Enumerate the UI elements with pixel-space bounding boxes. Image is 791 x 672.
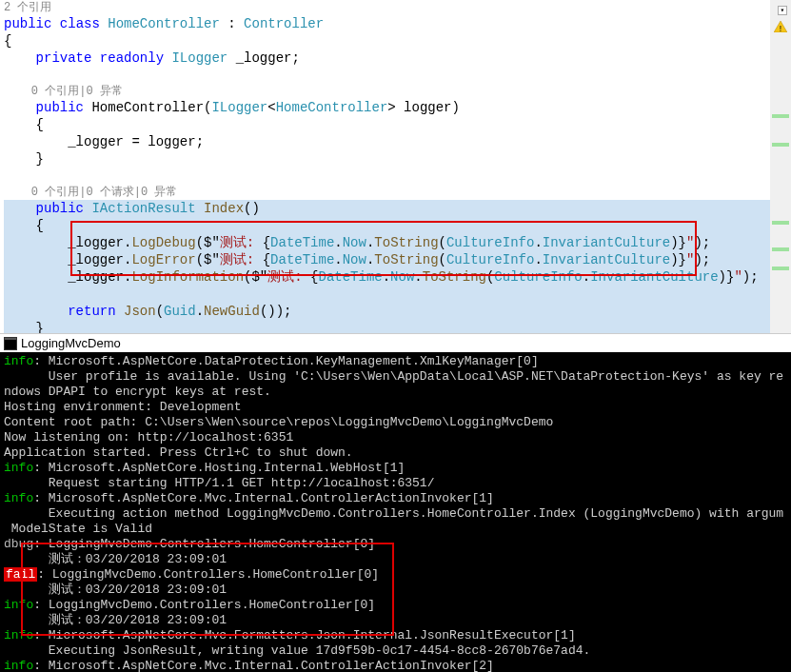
warning-icon: ! bbox=[774, 21, 787, 32]
terminal-line: info: Microsoft.AspNetCore.Mvc.Formatter… bbox=[4, 628, 787, 643]
terminal-line: info: Microsoft.AspNetCore.Mvc.Internal.… bbox=[4, 491, 787, 506]
code-line[interactable]: private readonly ILogger _logger; bbox=[4, 49, 787, 67]
code-line[interactable]: public HomeController(ILogger<HomeContro… bbox=[4, 99, 787, 116]
scroll-marker bbox=[772, 267, 789, 270]
codelens[interactable]: 0 个引用|0 异常 bbox=[4, 84, 787, 99]
terminal-line: Executing action method LoggingMvcDemo.C… bbox=[4, 506, 787, 522]
terminal-line: dbug: LoggingMvcDemo.Controllers.HomeCon… bbox=[4, 537, 787, 552]
log-level-dbug: dbug bbox=[4, 537, 33, 551]
svg-text:!: ! bbox=[778, 25, 782, 32]
vertical-scrollbar[interactable]: ▾ ! bbox=[770, 0, 791, 333]
console-icon bbox=[4, 337, 17, 350]
terminal-line: 测试：03/20/2018 23:09:01 bbox=[4, 613, 787, 628]
code-editor[interactable]: 2 个引用 public class HomeController : Cont… bbox=[0, 0, 791, 333]
log-level-info: info bbox=[4, 461, 33, 475]
terminal-line: ndows DPAPI to encrypt keys at rest. bbox=[4, 385, 787, 400]
terminal-line: info: Microsoft.AspNetCore.Hosting.Inter… bbox=[4, 461, 787, 476]
code-line[interactable] bbox=[4, 168, 787, 185]
code-line[interactable]: { bbox=[4, 217, 787, 234]
code-line[interactable]: public class HomeController : Controller bbox=[4, 15, 787, 32]
terminal-line: User profile is available. Using 'C:\Use… bbox=[4, 369, 787, 385]
scroll-marker bbox=[772, 221, 789, 225]
log-level-info: info bbox=[4, 628, 33, 642]
terminal-tab[interactable]: LoggingMvcDemo bbox=[0, 333, 791, 352]
svg-rect-3 bbox=[5, 340, 16, 349]
terminal-output[interactable]: info: Microsoft.AspNetCore.DataProtectio… bbox=[0, 352, 791, 672]
code-line[interactable]: { bbox=[4, 116, 787, 133]
scroll-marker bbox=[772, 143, 789, 147]
terminal-line: Now listening on: http://localhost:6351 bbox=[4, 430, 787, 445]
terminal-line: Executing JsonResult, writing value 17d9… bbox=[4, 643, 787, 659]
terminal-title-text: LoggingMvcDemo bbox=[21, 336, 121, 350]
terminal-line: Application started. Press Ctrl+C to shu… bbox=[4, 445, 787, 461]
log-level-fail: fail bbox=[4, 567, 37, 582]
code-line[interactable]: _logger.LogInformation($"测试: {DateTime.N… bbox=[4, 268, 787, 286]
codelens[interactable]: 0 个引用|0 个请求|0 异常 bbox=[4, 185, 787, 200]
code-line[interactable] bbox=[4, 67, 787, 84]
terminal-line: info: Microsoft.AspNetCore.Mvc.Internal.… bbox=[4, 659, 787, 672]
terminal-line: Hosting environment: Development bbox=[4, 400, 787, 415]
terminal-line: 测试：03/20/2018 23:09:01 bbox=[4, 552, 787, 567]
log-level-info: info bbox=[4, 659, 33, 672]
code-line[interactable]: _logger.LogError($"测试: {DateTime.Now.ToS… bbox=[4, 251, 787, 268]
terminal-line: 测试：03/20/2018 23:09:01 bbox=[4, 583, 787, 598]
scroll-indicator-icon: ▾ bbox=[778, 6, 787, 15]
code-line[interactable]: } bbox=[4, 150, 787, 168]
code-line[interactable]: public IActionResult Index() bbox=[4, 200, 787, 217]
code-line[interactable]: { bbox=[4, 32, 787, 49]
terminal-line: fail: LoggingMvcDemo.Controllers.HomeCon… bbox=[4, 567, 787, 583]
terminal-line: info: Microsoft.AspNetCore.DataProtectio… bbox=[4, 354, 787, 369]
terminal-line: info: LoggingMvcDemo.Controllers.HomeCon… bbox=[4, 598, 787, 613]
code-line[interactable]: _logger.LogDebug($"测试: {DateTime.Now.ToS… bbox=[4, 234, 787, 251]
terminal-line: Content root path: C:\Users\Wen\source\r… bbox=[4, 415, 787, 430]
log-level-info: info bbox=[4, 491, 33, 505]
terminal-line: Request starting HTTP/1.1 GET http://loc… bbox=[4, 476, 787, 491]
code-line[interactable] bbox=[4, 286, 787, 303]
scroll-marker bbox=[772, 247, 789, 251]
log-level-info: info bbox=[4, 598, 33, 612]
scroll-marker bbox=[772, 114, 789, 118]
code-line[interactable]: _logger = logger; bbox=[4, 133, 787, 150]
log-level-info: info bbox=[4, 354, 33, 368]
code-line[interactable]: return Json(Guid.NewGuid()); bbox=[4, 303, 787, 320]
terminal-line: ModelState is Valid bbox=[4, 522, 787, 537]
svg-rect-4 bbox=[5, 338, 16, 340]
codelens[interactable]: 2 个引用 bbox=[4, 0, 787, 15]
code-line[interactable]: } bbox=[4, 320, 787, 333]
